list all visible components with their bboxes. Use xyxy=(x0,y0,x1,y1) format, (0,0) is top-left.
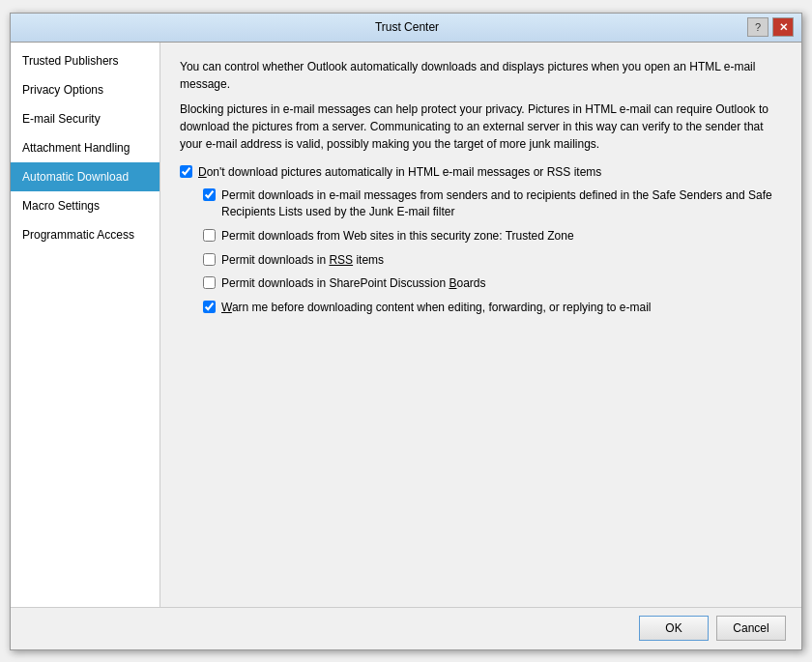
content-area: You can control whether Outlook automati… xyxy=(160,43,801,607)
help-button[interactable]: ? xyxy=(747,17,768,37)
permit-web-label[interactable]: Permit downloads from Web sites in this … xyxy=(221,228,574,245)
ok-button[interactable]: OK xyxy=(639,616,709,641)
sidebar-item-privacy-options[interactable]: Privacy Options xyxy=(11,75,160,104)
description-para2: Blocking pictures in e-mail messages can… xyxy=(180,101,782,153)
permit-web-checkbox[interactable] xyxy=(203,229,216,242)
checkbox-row-permit-senders: Permit downloads in e-mail messages from… xyxy=(203,187,782,220)
permit-rss-label[interactable]: Permit downloads in RSS items xyxy=(221,252,384,269)
warn-me-label[interactable]: Warn me before downloading content when … xyxy=(221,300,651,316)
checkbox-row-main: Don't download pictures automatically in… xyxy=(180,164,782,181)
title-bar-controls: ? ✕ xyxy=(747,17,794,37)
sidebar-item-automatic-download[interactable]: Automatic Download xyxy=(11,162,160,191)
permit-sharepoint-checkbox[interactable] xyxy=(203,276,216,289)
footer: OK Cancel xyxy=(11,607,801,649)
cancel-button[interactable]: Cancel xyxy=(716,616,786,641)
sidebar-item-programmatic-access[interactable]: Programmatic Access xyxy=(11,220,160,249)
title-bar: Trust Center ? ✕ xyxy=(11,14,801,43)
permit-sharepoint-label[interactable]: Permit downloads in SharePoint Discussio… xyxy=(221,275,486,292)
checkbox-row-permit-rss: Permit downloads in RSS items xyxy=(203,252,782,269)
permit-senders-label[interactable]: Permit downloads in e-mail messages from… xyxy=(221,187,782,220)
dont-download-label[interactable]: Don't download pictures automatically in… xyxy=(198,164,601,181)
description-para1: You can control whether Outlook automati… xyxy=(180,58,782,93)
permit-rss-checkbox[interactable] xyxy=(203,253,216,266)
sidebar-item-email-security[interactable]: E-mail Security xyxy=(11,104,160,133)
dont-download-checkbox[interactable] xyxy=(180,165,192,178)
sidebar-item-macro-settings[interactable]: Macro Settings xyxy=(11,191,160,220)
checkbox-row-permit-sharepoint: Permit downloads in SharePoint Discussio… xyxy=(203,275,782,292)
warn-me-checkbox[interactable] xyxy=(203,301,216,313)
close-button[interactable]: ✕ xyxy=(772,17,794,37)
title-bar-center: Trust Center xyxy=(67,20,747,34)
checkbox-row-warn-me: Warn me before downloading content when … xyxy=(203,300,782,316)
description-block: You can control whether Outlook automati… xyxy=(180,58,782,153)
permit-senders-checkbox[interactable] xyxy=(203,188,216,201)
sidebar: Trusted Publishers Privacy Options E-mai… xyxy=(11,43,160,607)
trust-center-dialog: Trust Center ? ✕ Trusted Publishers Priv… xyxy=(10,13,802,650)
dialog-title: Trust Center xyxy=(375,20,439,34)
sidebar-item-attachment-handling[interactable]: Attachment Handling xyxy=(11,133,160,162)
sidebar-item-trusted-publishers[interactable]: Trusted Publishers xyxy=(11,46,160,75)
checkbox-group: Don't download pictures automatically in… xyxy=(180,164,782,317)
checkbox-row-permit-web: Permit downloads from Web sites in this … xyxy=(203,228,782,245)
dialog-body: Trusted Publishers Privacy Options E-mai… xyxy=(11,43,801,607)
